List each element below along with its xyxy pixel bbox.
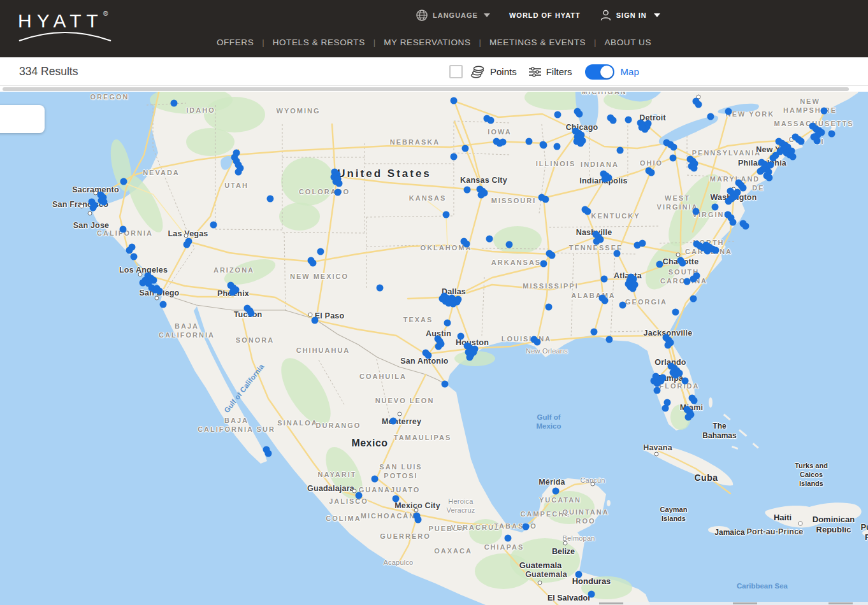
hotel-location-dot[interactable] xyxy=(690,295,697,302)
hotel-location-dot[interactable] xyxy=(690,276,697,283)
hotel-location-dot[interactable] xyxy=(312,317,319,324)
map-toggle[interactable] xyxy=(585,64,614,80)
language-button[interactable]: LANGUAGE xyxy=(433,11,478,19)
hotel-location-dot[interactable] xyxy=(451,153,458,160)
hotel-location-dot[interactable] xyxy=(488,117,495,124)
hotel-location-dot[interactable] xyxy=(267,196,274,203)
nav-item-hotels-resorts[interactable]: HOTELS & RESORTS xyxy=(273,38,365,47)
nav-item-my-reservations[interactable]: MY RESERVATIONS xyxy=(384,38,470,47)
hotel-location-dot[interactable] xyxy=(610,117,617,124)
hotel-location-dot[interactable] xyxy=(682,378,689,385)
hotel-location-dot[interactable] xyxy=(654,387,661,394)
hotel-location-dot[interactable] xyxy=(593,238,600,245)
hotel-location-dot[interactable] xyxy=(614,250,621,257)
hotel-location-dot[interactable] xyxy=(478,192,485,199)
hotel-location-dot[interactable] xyxy=(602,297,609,304)
hotel-location-dot[interactable] xyxy=(725,108,732,115)
hotel-location-dot[interactable] xyxy=(625,281,632,288)
points-label[interactable]: Points xyxy=(490,66,517,77)
hotel-location-dot[interactable] xyxy=(742,223,749,230)
hotel-location-dot[interactable] xyxy=(770,155,777,162)
hotel-location-dot[interactable] xyxy=(625,117,632,124)
hotel-location-dot[interactable] xyxy=(693,208,700,215)
hotel-location-dot[interactable] xyxy=(393,495,400,502)
hotel-location-dot[interactable] xyxy=(542,196,549,203)
nav-item-offers[interactable]: OFFERS xyxy=(217,38,254,47)
sign-in-caret-icon[interactable] xyxy=(654,13,660,17)
hotel-location-dot[interactable] xyxy=(184,241,191,248)
hotel-location-dot[interactable] xyxy=(757,168,764,175)
hotel-location-dot[interactable] xyxy=(554,111,561,118)
hotel-location-dot[interactable] xyxy=(730,219,737,226)
hotel-location-dot[interactable] xyxy=(575,571,582,578)
hotel-location-dot[interactable] xyxy=(540,260,547,267)
hotel-location-dot[interactable] xyxy=(235,169,242,176)
hotel-location-dot[interactable] xyxy=(372,476,379,483)
hotel-location-dot[interactable] xyxy=(670,144,677,151)
hotel-location-dot[interactable] xyxy=(356,492,363,499)
map-control-card[interactable] xyxy=(0,105,45,133)
hotel-location-dot[interactable] xyxy=(676,370,683,377)
hotel-location-dot[interactable] xyxy=(317,248,324,255)
hotel-location-dot[interactable] xyxy=(229,289,236,296)
hotel-location-dot[interactable] xyxy=(654,380,661,387)
hotel-location-dot[interactable] xyxy=(670,155,677,162)
world-of-hyatt-link[interactable]: WORLD OF HYATT xyxy=(509,11,581,19)
hotel-location-dot[interactable] xyxy=(335,189,342,196)
hotel-location-dot[interactable] xyxy=(90,204,97,211)
hotel-location-dot[interactable] xyxy=(617,147,624,154)
hotel-location-dot[interactable] xyxy=(712,247,720,254)
hotel-location-dot[interactable] xyxy=(248,310,255,317)
hotel-location-dot[interactable] xyxy=(639,240,646,247)
hotel-location-dot[interactable] xyxy=(798,138,805,145)
hotel-location-dot[interactable] xyxy=(740,185,747,192)
sign-in-button[interactable]: SIGN IN xyxy=(616,11,647,19)
hotel-location-dot[interactable] xyxy=(156,288,163,295)
hotel-location-dot[interactable] xyxy=(767,162,774,169)
hotel-location-dot[interactable] xyxy=(584,208,591,215)
hotel-location-dot[interactable] xyxy=(695,101,702,108)
nav-item-meetings-events[interactable]: MEETINGS & EVENTS xyxy=(489,38,586,47)
hotel-location-dot[interactable] xyxy=(210,222,217,229)
hotel-location-dot[interactable] xyxy=(707,113,714,120)
hotel-location-dot[interactable] xyxy=(120,178,127,185)
hotel-location-dot[interactable] xyxy=(455,296,462,303)
hotel-location-dot[interactable] xyxy=(704,248,711,255)
language-caret-icon[interactable] xyxy=(484,13,490,17)
hotel-location-dot[interactable] xyxy=(435,343,442,350)
hotel-location-dot[interactable] xyxy=(390,418,397,425)
hotel-location-dot[interactable] xyxy=(472,346,479,353)
hotel-location-dot[interactable] xyxy=(101,199,108,206)
hotel-location-dot[interactable] xyxy=(639,124,646,131)
hotel-location-dot[interactable] xyxy=(602,176,609,183)
hotel-location-dot[interactable] xyxy=(458,333,465,340)
hotel-location-dot[interactable] xyxy=(131,253,138,260)
hotel-location-dot[interactable] xyxy=(526,138,533,145)
nav-item-about-us[interactable]: ABOUT US xyxy=(605,38,652,47)
hotel-location-dot[interactable] xyxy=(577,140,584,147)
hotel-location-dot[interactable] xyxy=(444,320,451,327)
hotel-location-dot[interactable] xyxy=(601,276,608,283)
hotel-location-dot[interactable] xyxy=(310,260,317,267)
map-canvas[interactable]: OREGONIDAHOWYOMINGNEBRASKAIOWANEVADAUTAH… xyxy=(0,86,868,605)
points-checkbox[interactable] xyxy=(449,65,463,78)
hotel-location-dot[interactable] xyxy=(619,302,626,309)
hotel-location-dot[interactable] xyxy=(505,535,512,542)
hotel-location-dot[interactable] xyxy=(606,336,613,343)
map-toggle-label[interactable]: Map xyxy=(621,66,639,77)
horizontal-scrollbar-thumb[interactable] xyxy=(3,87,849,91)
hotel-location-dot[interactable] xyxy=(540,141,547,148)
hotel-location-dot[interactable] xyxy=(660,374,667,381)
hotel-location-dot[interactable] xyxy=(685,414,692,421)
hotel-location-dot[interactable] xyxy=(486,236,493,243)
hotel-location-dot[interactable] xyxy=(467,354,474,361)
hotel-location-dot[interactable] xyxy=(648,169,655,176)
hotel-location-dot[interactable] xyxy=(814,138,821,145)
hotel-location-dot[interactable] xyxy=(442,381,449,388)
hotel-location-dot[interactable] xyxy=(662,405,669,412)
hotel-location-dot[interactable] xyxy=(500,139,507,146)
hotel-location-dot[interactable] xyxy=(684,278,691,285)
hotel-location-dot[interactable] xyxy=(462,145,469,152)
hotel-location-dot[interactable] xyxy=(588,591,595,598)
hotel-location-dot[interactable] xyxy=(766,174,773,182)
